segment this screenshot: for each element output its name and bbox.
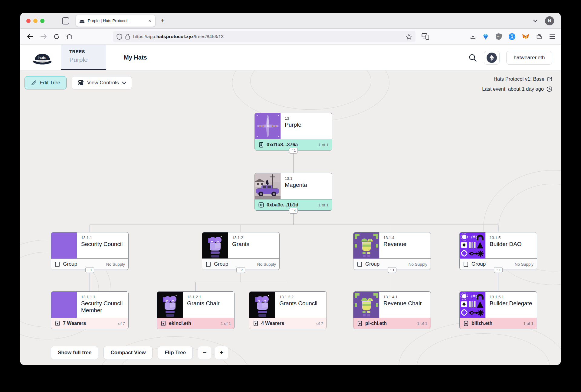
hat-name: Grants Council: [279, 300, 317, 307]
tree-canvas: Edit Tree View Controls: [20, 70, 561, 365]
hats-logo[interactable]: hats: [32, 45, 54, 70]
flip-tree-button[interactable]: Flip Tree: [158, 346, 193, 359]
hat-card-13-purple[interactable]: 13 Purple 0xd1a8...376a 1 of 1 ⌃1: [254, 113, 332, 151]
supply-count: No Supply: [515, 262, 533, 267]
supply-count: 1 of 1: [417, 321, 427, 326]
ethereum-icon: [487, 53, 497, 63]
collapse-pill[interactable]: ⌃1: [388, 267, 397, 273]
menu-hamburger-icon[interactable]: [549, 34, 555, 39]
tab-my-hats[interactable]: My Hats: [124, 54, 147, 61]
url-domain: hatsprotocol.xyz: [156, 34, 194, 39]
hat-card-13-1-5-1-builder-delegate[interactable]: 13.1.5.1 Builder Delegate billzh.eth 1 o…: [459, 291, 537, 329]
search-icon[interactable]: [468, 53, 477, 62]
downloads-icon[interactable]: [470, 34, 476, 40]
hat-card-13-1-1-security-council[interactable]: 13.1.1 Security Council Group No Supply …: [51, 232, 129, 270]
supply-count: No Supply: [409, 262, 427, 267]
group-label: Group: [63, 261, 77, 267]
wearer-badge-icon: [160, 320, 166, 326]
pencil-icon: [31, 80, 37, 86]
external-link-icon[interactable]: [547, 76, 552, 82]
ublock-origin-extension-icon[interactable]: uO: [495, 33, 502, 40]
profile-avatar[interactable]: N: [545, 16, 554, 25]
url-text: https://app.hatsprotocol.xyz/trees/8453/…: [133, 34, 224, 39]
zoom-in-button[interactable]: +: [215, 346, 228, 359]
supply-count: 1 of 1: [318, 203, 329, 207]
hat-card-13-1-2-grants[interactable]: 13.1.2 Grants Group No Supply ⌃2: [202, 232, 280, 270]
view-controls-label: View Controls: [87, 80, 119, 86]
hat-card-13-1-2-2-grants-council[interactable]: 13.1.2.2 Grants Council 4 Wearers of 7: [249, 291, 327, 329]
hat-card-13-1-4-revenue[interactable]: 13.1.4 Revenue Group No Supply ⌃1: [353, 232, 431, 270]
wearer-address: 0xba3c...1b1d: [267, 202, 298, 208]
edit-tree-button[interactable]: Edit Tree: [25, 76, 67, 89]
collapse-pill[interactable]: ⌃1: [494, 267, 503, 273]
hat-id: 13.1.2.1: [187, 295, 220, 299]
trees-label: TREES: [69, 49, 106, 54]
hat-name: Builder DAO: [490, 241, 522, 248]
browser-window: Purple | Hats Protocol × + N: [20, 13, 561, 365]
hat-id: 13.1: [285, 176, 307, 181]
hat-name: Security Council Member: [81, 300, 126, 314]
hat-name: Builder Delegate: [490, 300, 532, 307]
forward-icon[interactable]: [40, 34, 47, 39]
collapse-pill[interactable]: ⌃2: [236, 267, 245, 273]
hat-card-13-1-2-1-grants-chair[interactable]: 13.1.2.1 Grants Chair ekinci.eth 1 of 1: [157, 291, 235, 329]
wallet-address-button[interactable]: hatwearer.eth: [506, 51, 552, 65]
hat-image: [157, 292, 183, 318]
view-controls-button[interactable]: View Controls: [72, 76, 132, 89]
onepassword-extension-icon[interactable]: 1: [509, 33, 515, 40]
close-window-button[interactable]: [26, 19, 31, 23]
hat-card-13-1-4-1-revenue-chair[interactable]: 13.1.4.1 Revenue Chair pi-chi.eth 1 of 1: [353, 291, 431, 329]
firefox-view-icon[interactable]: [62, 17, 69, 24]
zoom-out-button[interactable]: −: [198, 346, 211, 359]
hat-image: [353, 232, 379, 258]
browser-tab-active[interactable]: Purple | Hats Protocol ×: [76, 15, 155, 27]
compact-view-button[interactable]: Compact View: [103, 346, 153, 359]
list-tabs-chevron-down-icon[interactable]: [533, 19, 538, 22]
chevron-down-icon: [122, 82, 126, 84]
browser-tab-strip: Purple | Hats Protocol × + N: [20, 13, 561, 29]
collapse-pill[interactable]: ⌃4: [289, 208, 298, 214]
wearer-badge-icon: [357, 320, 363, 326]
collapse-pill[interactable]: ⌃1: [289, 148, 298, 154]
address-bar[interactable]: https://app.hatsprotocol.xyz/trees/8453/…: [113, 31, 415, 42]
wearer-name: ekinci.eth: [169, 321, 191, 326]
tab-trees[interactable]: TREES Purple: [61, 45, 106, 70]
network-ethereum-button[interactable]: [484, 51, 500, 65]
hat-card-13-1-1-1-security-council-member[interactable]: 13.1.1.1 Security Council Member 7 Weare…: [51, 291, 129, 329]
supply-count: 1 of 1: [318, 143, 329, 147]
extensions-puzzle-icon[interactable]: [536, 33, 543, 40]
tracking-shield-icon[interactable]: [117, 34, 122, 40]
supply-count: of 7: [118, 321, 125, 326]
hat-image: [460, 292, 486, 318]
metamask-extension-icon[interactable]: [522, 33, 529, 40]
code-contract-icon: [258, 202, 264, 208]
bookmark-star-icon[interactable]: [406, 34, 412, 40]
hat-image: [460, 232, 486, 258]
reload-icon[interactable]: [54, 34, 60, 40]
wearer-address: 0xd1a8...376a: [267, 142, 298, 147]
hat-card-13-1-5-builder-dao[interactable]: 13.1.5 Builder DAO Group No Supply ⌃1: [459, 232, 537, 270]
hat-id: 13.1.1: [81, 235, 123, 240]
hat-name: Security Council: [81, 241, 123, 248]
hat-id: 13: [285, 116, 301, 121]
minimize-window-button[interactable]: [33, 19, 38, 23]
maximize-window-button[interactable]: [40, 19, 44, 23]
group-label: Group: [365, 261, 379, 267]
hat-id: 13.1.4.1: [383, 295, 422, 299]
new-tab-button[interactable]: +: [161, 17, 165, 25]
back-icon[interactable]: [27, 34, 34, 39]
lock-icon[interactable]: [125, 34, 130, 40]
wearers-count: 7 Wearers: [63, 321, 86, 326]
toggles-icon: [77, 79, 84, 86]
send-to-device-icon[interactable]: [422, 33, 429, 40]
wearer-badge-icon: [463, 320, 469, 326]
hat-id: 13.1.5: [490, 235, 522, 240]
url-scheme: https://app.: [133, 34, 156, 39]
show-full-tree-button[interactable]: Show full tree: [51, 346, 98, 359]
home-icon[interactable]: [66, 34, 73, 40]
tab-close-icon[interactable]: ×: [147, 18, 152, 24]
collapse-pill[interactable]: ⌃1: [85, 267, 94, 273]
tab-title: Purple | Hats Protocol: [88, 18, 147, 23]
venn-wallet-extension-icon[interactable]: [483, 33, 489, 40]
hat-card-13-1-magenta[interactable]: 13.1 Magenta 0xba3c...1b1d 1 of 1 ⌃4: [254, 173, 332, 211]
